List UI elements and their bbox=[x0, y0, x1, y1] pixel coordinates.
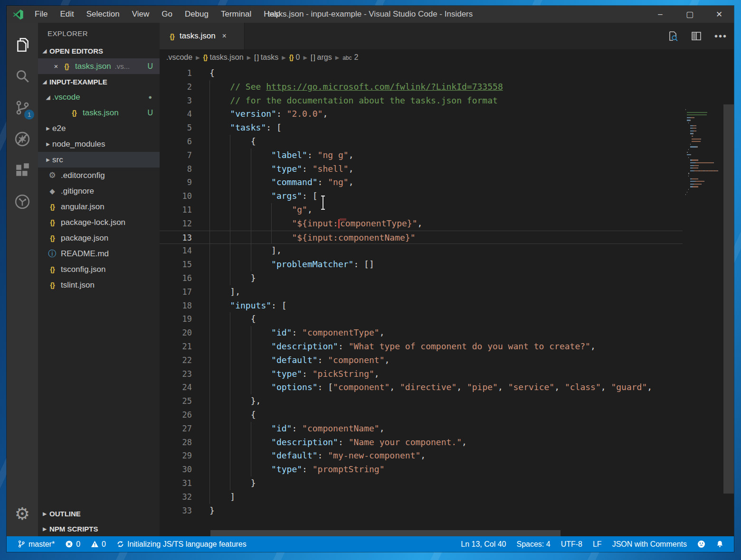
breadcrumb-item-tasks[interactable]: [ ]tasks bbox=[254, 53, 278, 62]
code-line-30[interactable]: 30 "type": "promptString" bbox=[160, 463, 683, 476]
status-error-0[interactable]: 0 bbox=[62, 540, 84, 549]
tree-item-tslint.json[interactable]: {}tslint.json bbox=[38, 277, 160, 293]
tree-item-tasks.json[interactable]: {}tasks.jsonU bbox=[38, 105, 160, 121]
code-line-26[interactable]: 26 { bbox=[160, 408, 683, 422]
menu-view[interactable]: View bbox=[126, 6, 156, 23]
indent-guide bbox=[230, 312, 230, 326]
activitybar-files[interactable] bbox=[7, 29, 38, 61]
tree-item-label: .gitignore bbox=[61, 187, 94, 196]
tab-tasks-json[interactable]: {} tasks.json × bbox=[160, 23, 245, 49]
code-line-21[interactable]: 21 "description": "What type of componen… bbox=[160, 340, 683, 354]
status--json-with-comments[interactable]: JSON with Comments bbox=[609, 540, 690, 549]
maximize-button[interactable]: ▢ bbox=[675, 6, 704, 23]
tree-item-angular.json[interactable]: {}angular.json bbox=[38, 199, 160, 215]
code-line-22[interactable]: 22 "default": "component", bbox=[160, 354, 683, 367]
tree-item-package-lock.json[interactable]: {}package-lock.json bbox=[38, 215, 160, 230]
status--ln-13-col-40[interactable]: Ln 13, Col 40 bbox=[457, 540, 509, 549]
code-line-19[interactable]: 19 { bbox=[160, 312, 683, 326]
activitybar-search[interactable] bbox=[7, 61, 38, 92]
code-line-16[interactable]: 16 } bbox=[160, 271, 683, 285]
status-branch-master-[interactable]: master* bbox=[14, 540, 58, 549]
section-outline[interactable]: ▶OUTLINE bbox=[38, 506, 160, 521]
vertical-scrollbar[interactable] bbox=[723, 104, 734, 494]
code-line-8[interactable]: 8 "type": "shell", bbox=[160, 162, 683, 176]
tree-item-node_modules[interactable]: ▶node_modules bbox=[38, 136, 160, 152]
activitybar-debug[interactable] bbox=[7, 123, 38, 155]
code-line-20[interactable]: 20 "id": "componentType", bbox=[160, 326, 683, 340]
activitybar-settings[interactable]: ⚙ bbox=[7, 498, 38, 530]
breadcrumb-item-args[interactable]: [ ]args bbox=[311, 53, 332, 62]
open-editors-header[interactable]: ◢ OPEN EDITORS bbox=[38, 43, 160, 58]
split-editor-icon[interactable] bbox=[691, 30, 702, 42]
section-npm-scripts[interactable]: ▶NPM SCRIPTS bbox=[38, 521, 160, 536]
breadcrumb-item-tasks.json[interactable]: {}tasks.json bbox=[203, 53, 244, 62]
close-button[interactable]: ✕ bbox=[704, 6, 734, 23]
open-search-icon[interactable] bbox=[667, 30, 678, 42]
code-line-7[interactable]: 7 "label": "ng g", bbox=[160, 149, 683, 162]
menu-terminal[interactable]: Terminal bbox=[215, 6, 257, 23]
status--utf-8[interactable]: UTF-8 bbox=[558, 540, 586, 549]
code-editor[interactable]: 1{2 // See https://go.microsoft.com/fwli… bbox=[160, 65, 734, 536]
code-line-3[interactable]: 3 // for the documentation about the tas… bbox=[160, 94, 683, 108]
code-line-17[interactable]: 17 ], bbox=[160, 285, 683, 299]
breadcrumb-item-0[interactable]: {}0 bbox=[289, 53, 300, 62]
code-line-29[interactable]: 29 "default": "my-new-component", bbox=[160, 449, 683, 463]
tree-item-e2e[interactable]: ▶e2e bbox=[38, 121, 160, 136]
horizontal-scrollbar[interactable] bbox=[210, 530, 560, 536]
indent-guide bbox=[230, 436, 230, 449]
activitybar-extensions[interactable] bbox=[7, 155, 38, 186]
status-bell[interactable] bbox=[712, 540, 727, 548]
code-line-27[interactable]: 27 "id": "componentName", bbox=[160, 422, 683, 436]
close-icon[interactable]: × bbox=[51, 62, 61, 70]
minimap[interactable] bbox=[684, 109, 723, 199]
breadcrumb-item-.vscode[interactable]: .vscode bbox=[166, 53, 192, 62]
status-smiley[interactable] bbox=[694, 540, 709, 548]
activitybar-source-control[interactable]: 1 bbox=[7, 92, 38, 123]
tree-item-package.json[interactable]: {}package.json bbox=[38, 230, 160, 246]
activitybar-extension-circle[interactable] bbox=[7, 186, 38, 217]
code-line-2[interactable]: 2 // See https://go.microsoft.com/fwlink… bbox=[160, 80, 683, 94]
tree-item-README.md[interactable]: ⓘREADME.md bbox=[38, 246, 160, 261]
tree-item-.editorconfig[interactable]: ⚙.editorconfig bbox=[38, 168, 160, 183]
code-line-9[interactable]: 9 "command": "ng", bbox=[160, 176, 683, 189]
more-actions-icon[interactable]: ••• bbox=[714, 31, 727, 42]
code-line-18[interactable]: 18 "inputs": [ bbox=[160, 299, 683, 313]
menu-selection[interactable]: Selection bbox=[80, 6, 126, 23]
menu-file[interactable]: File bbox=[28, 6, 54, 23]
code-line-33[interactable]: 33} bbox=[160, 504, 683, 518]
breadcrumb-item-2[interactable]: abc2 bbox=[342, 53, 358, 62]
tree-item-.vscode[interactable]: ◢.vscode● bbox=[38, 89, 160, 105]
code-line-24[interactable]: 24 "options": ["component", "directive",… bbox=[160, 381, 683, 394]
code-line-13[interactable]: 13 "${input:componentName}" bbox=[160, 231, 683, 244]
code-line-28[interactable]: 28 "description": "Name your component."… bbox=[160, 436, 683, 449]
tree-item-.gitignore[interactable]: ◆.gitignore bbox=[38, 183, 160, 199]
code-line-10[interactable]: 10 "args": [ bbox=[160, 189, 683, 203]
code-line-11[interactable]: 11 "g", bbox=[160, 203, 683, 217]
code-line-12[interactable]: 12 "${input:componentType}", bbox=[160, 217, 683, 231]
code-line-23[interactable]: 23 "type": "pickString", bbox=[160, 367, 683, 381]
open-editor-tasks.json[interactable]: ×{}tasks.json.vs...U bbox=[38, 58, 160, 74]
minimize-button[interactable]: – bbox=[646, 6, 675, 23]
menu-debug[interactable]: Debug bbox=[179, 6, 215, 23]
code-line-31[interactable]: 31 } bbox=[160, 476, 683, 490]
status--lf[interactable]: LF bbox=[589, 540, 605, 549]
code-line-25[interactable]: 25 }, bbox=[160, 394, 683, 408]
code-line-5[interactable]: 5 "tasks": [ bbox=[160, 121, 683, 135]
status--spaces-4[interactable]: Spaces: 4 bbox=[513, 540, 553, 549]
code-line-1[interactable]: 1{ bbox=[160, 66, 683, 80]
code-line-14[interactable]: 14 ], bbox=[160, 244, 683, 258]
code-line-6[interactable]: 6 { bbox=[160, 135, 683, 149]
tree-item-tsconfig.json[interactable]: {}tsconfig.json bbox=[38, 261, 160, 277]
project-folder-header[interactable]: ◢ INPUT-EXAMPLE bbox=[38, 74, 160, 89]
code-line-15[interactable]: 15 "problemMatcher": [] bbox=[160, 258, 683, 271]
breadcrumb[interactable]: .vscode▶{}tasks.json▶[ ]tasks▶{}0▶[ ]arg… bbox=[160, 49, 734, 65]
status-sync-initializing-js-ts-language-features[interactable]: Initializing JS/TS language features bbox=[113, 540, 250, 549]
menu-edit[interactable]: Edit bbox=[54, 6, 80, 23]
menu-go[interactable]: Go bbox=[155, 6, 179, 23]
code-line-4[interactable]: 4 "version": "2.0.0", bbox=[160, 107, 683, 121]
tab-close-icon[interactable]: × bbox=[220, 31, 228, 41]
status-warning-0[interactable]: 0 bbox=[87, 540, 109, 549]
code-line-32[interactable]: 32 ] bbox=[160, 490, 683, 504]
tree-item-src[interactable]: ▶src bbox=[38, 152, 160, 168]
menu-help[interactable]: Help bbox=[257, 6, 286, 23]
